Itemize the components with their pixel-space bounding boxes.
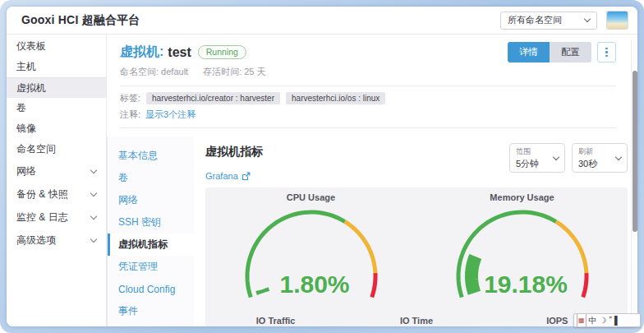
iops-title: IOPS	[546, 314, 568, 326]
sidebar-group-backup-snapshot[interactable]: 备份 & 快照	[7, 183, 106, 206]
app-window: Gooxi HCI 超融合平台 所有命名空间 仪表板 主机 虚拟机 卷 镜像 命…	[7, 7, 637, 326]
refresh-select[interactable]: 刷新 30秒	[572, 143, 628, 173]
ime-moon-icon[interactable]: ☽	[600, 314, 607, 326]
io-traffic-title: IO Traffic	[256, 314, 296, 326]
age-text: 存活时间: 25 天	[203, 66, 265, 78]
namespace-select-value: 所有命名空间	[508, 14, 585, 26]
external-link-icon	[242, 172, 251, 181]
config-button[interactable]: 配置	[550, 42, 591, 62]
svg-text:1.80%: 1.80%	[279, 271, 349, 298]
vm-metrics-section: 虚拟机指标 Grafana 范围 5分钟	[194, 136, 637, 326]
sidebar-item-images[interactable]: 镜像	[7, 118, 106, 139]
sidebar-item-namespaces[interactable]: 命名空间	[7, 139, 106, 160]
cpu-gauge-chart: 1.80%	[213, 204, 410, 311]
namespace-text: 命名空间: default	[120, 66, 188, 78]
ime-mode-indicator[interactable]: 中	[589, 314, 597, 326]
tab-events[interactable]: 事件	[108, 300, 194, 322]
tab-ssh-keys[interactable]: SSH 密钥	[108, 211, 194, 234]
chevron-down-icon	[90, 212, 97, 219]
tab-networks[interactable]: 网络	[108, 189, 194, 211]
detail-header: 虚拟机: test Running 详情 配置 命名空间: default 存活…	[107, 35, 637, 128]
tab-migration[interactable]: 迁移	[108, 322, 194, 326]
svg-text:19.18%: 19.18%	[484, 271, 568, 298]
tab-vm-metrics[interactable]: 虚拟机指标	[108, 234, 194, 256]
avatar[interactable]	[607, 12, 628, 29]
io-time-title: IO Time	[400, 314, 433, 326]
memory-usage-gauge: Memory Usage 19.18%	[416, 191, 628, 311]
metrics-title: 虚拟机指标	[205, 145, 503, 160]
sidebar-item-dashboard[interactable]: 仪表板	[7, 36, 106, 57]
refresh-value: 30秒	[578, 158, 616, 170]
chevron-down-icon	[553, 153, 559, 160]
sidebar-group-monitoring-logs[interactable]: 监控 & 日志	[7, 206, 106, 229]
ime-punctuation-icon[interactable]: ”	[610, 314, 612, 326]
show-annotations-link[interactable]: 显示3个注释	[145, 109, 196, 121]
tag-os: harvesterhci.io/os : linux	[286, 92, 385, 104]
chevron-down-icon	[615, 153, 622, 160]
main-content: 虚拟机: test Running 详情 配置 命名空间: default 存活…	[107, 35, 637, 326]
refresh-label: 刷新	[578, 146, 616, 157]
memory-gauge-title: Memory Usage	[490, 191, 554, 204]
range-value: 5分钟	[516, 158, 554, 170]
chevron-down-icon	[90, 235, 97, 242]
resource-type-label: 虚拟机:	[120, 44, 163, 61]
sidebar-item-virtual-machines[interactable]: 虚拟机	[7, 77, 106, 98]
cpu-gauge-title: CPU Usage	[287, 191, 335, 204]
chevron-down-icon	[90, 166, 97, 173]
app-header: Gooxi HCI 超融合平台 所有命名空间	[7, 7, 637, 35]
vm-detail-tabs: 基本信息 卷 网络 SSH 密钥 虚拟机指标 凭证管理 Cloud Config…	[107, 136, 194, 326]
vm-name: test	[168, 45, 191, 60]
namespace-select[interactable]: 所有命名空间	[500, 12, 597, 30]
annotations-label: 注释:	[120, 109, 140, 121]
sidebar-item-volumes[interactable]: 卷	[7, 98, 106, 118]
sidebar-group-advanced[interactable]: 高级选项	[7, 229, 106, 252]
tab-volumes[interactable]: 卷	[108, 167, 194, 189]
ime-keyboard-icon[interactable]: ▦	[577, 313, 586, 327]
chevron-down-icon	[90, 189, 97, 196]
io-traffic-chart: IO Traffic 5 kB/s4 kB/s3 kB/s	[205, 314, 346, 326]
vertical-scrollbar[interactable]	[631, 39, 637, 326]
metrics-panel: CPU Usage 1.80% Memory Usage 19.18%	[205, 187, 628, 326]
status-badge: Running	[198, 45, 246, 59]
more-actions-button[interactable]	[597, 42, 616, 62]
app-title: Gooxi HCI 超融合平台	[21, 13, 140, 28]
details-button[interactable]: 详情	[508, 42, 550, 62]
ime-toolbar[interactable]: ▦ 中 ☽ ” ▌	[573, 313, 641, 327]
memory-gauge-chart: 19.18%	[424, 204, 621, 311]
sidebar-item-hosts[interactable]: 主机	[7, 57, 106, 77]
io-time-chart: IO Time 2 ms1.50 ms1 ms	[346, 314, 486, 326]
tab-cloud-config[interactable]: Cloud Config	[108, 278, 194, 300]
tab-basic-info[interactable]: 基本信息	[108, 145, 194, 167]
chevron-down-icon	[584, 16, 591, 22]
tab-credentials[interactable]: 凭证管理	[108, 256, 194, 278]
tags-label: 标签:	[120, 92, 140, 104]
tag-creator: harvesterhci.io/creator : harvester	[146, 92, 280, 104]
sidebar-group-networks[interactable]: 网络	[7, 160, 106, 183]
ime-partial-icon: ▌	[614, 314, 620, 326]
range-select[interactable]: 范围 5分钟	[509, 143, 565, 173]
scrollbar-thumb[interactable]	[632, 71, 637, 232]
grafana-link[interactable]: Grafana	[205, 171, 503, 181]
sidebar: 仪表板 主机 虚拟机 卷 镜像 命名空间 网络 备份 & 快照 监控 & 日志 …	[7, 35, 107, 326]
cpu-usage-gauge: CPU Usage 1.80%	[205, 191, 416, 311]
window-frame: Gooxi HCI 超融合平台 所有命名空间 仪表板 主机 虚拟机 卷 镜像 命…	[0, 0, 644, 333]
range-label: 范围	[516, 146, 554, 157]
